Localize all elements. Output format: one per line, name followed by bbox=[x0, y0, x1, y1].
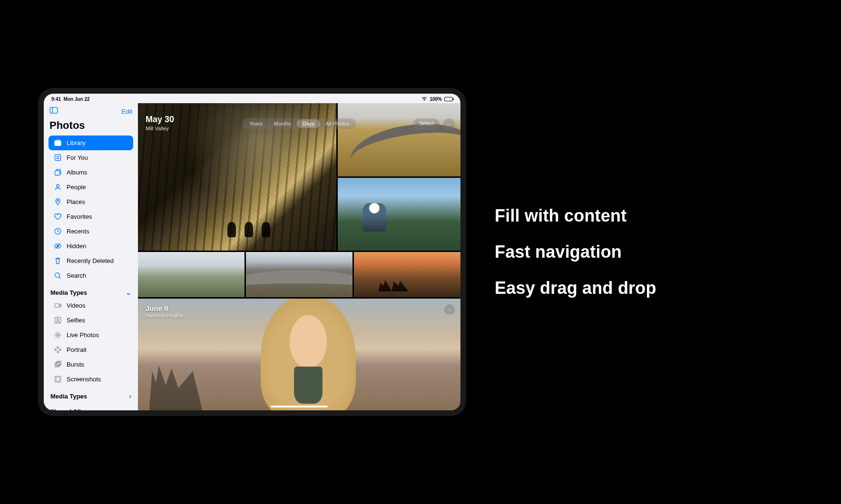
sidebar-item-label: Hidden bbox=[67, 242, 86, 250]
svg-rect-4 bbox=[55, 155, 60, 161]
sidebar-item-label: Albums bbox=[67, 169, 87, 176]
sidebar-item-live-photos[interactable]: Live Photos bbox=[49, 328, 133, 342]
section-title: Shared Albums bbox=[50, 408, 96, 411]
sidebar-item-label: Bursts bbox=[67, 361, 84, 368]
sidebar-item-label: Videos bbox=[67, 302, 86, 309]
places-icon bbox=[53, 198, 62, 206]
section-title: Media Types bbox=[50, 393, 87, 400]
video-icon bbox=[53, 301, 62, 310]
selfie-icon bbox=[53, 316, 62, 324]
headline: Easy drag and drop bbox=[495, 278, 656, 298]
status-time: 9:41 bbox=[51, 97, 61, 102]
status-bar: 9:41 Mon Jun 22 100% bbox=[44, 94, 460, 103]
portrait-icon bbox=[53, 346, 62, 354]
heart-icon bbox=[53, 213, 62, 221]
group-date: May 30 bbox=[146, 115, 174, 125]
headline: Fill with content bbox=[495, 206, 656, 226]
photo-grid: YearsMonthsDaysAll Photos Select ··· May… bbox=[138, 103, 460, 410]
eye-off-icon bbox=[53, 242, 62, 250]
sidebar-item-bursts[interactable]: Bursts bbox=[49, 357, 133, 372]
clock-icon bbox=[53, 227, 62, 235]
sidebar-item-label: Places bbox=[67, 198, 85, 205]
sidebar-item-label: Screenshots bbox=[67, 376, 101, 383]
photo-thumbnail[interactable] bbox=[246, 252, 352, 297]
svg-point-11 bbox=[55, 273, 59, 277]
home-indicator[interactable] bbox=[271, 406, 328, 407]
sidebar-item-people[interactable]: People bbox=[49, 180, 133, 194]
select-button[interactable]: Select bbox=[413, 118, 440, 130]
sidebar-item-videos[interactable]: Videos bbox=[49, 298, 133, 313]
sidebar-item-hidden[interactable]: Hidden bbox=[49, 239, 133, 253]
foryou-icon bbox=[53, 154, 62, 162]
svg-rect-13 bbox=[55, 304, 59, 308]
photo-thumbnail[interactable] bbox=[338, 178, 460, 251]
photo-thumbnail[interactable] bbox=[354, 252, 460, 297]
more-button[interactable]: ··· bbox=[444, 304, 455, 315]
segment-days[interactable]: Days bbox=[297, 119, 320, 128]
sidebar-item-label: For You bbox=[67, 154, 88, 161]
battery-icon bbox=[444, 97, 453, 101]
ipad-screen: 9:41 Mon Jun 22 100% Edit Photos Librar bbox=[44, 94, 460, 410]
section-shared-albums[interactable]: Shared Albums › bbox=[49, 402, 133, 410]
segment-years[interactable]: Years bbox=[244, 119, 268, 128]
albums-icon bbox=[53, 168, 62, 176]
svg-point-15 bbox=[57, 319, 59, 320]
chevron-down-icon: ⌄ bbox=[126, 289, 131, 296]
segment-all-photos[interactable]: All Photos bbox=[320, 119, 355, 128]
sidebar-item-places[interactable]: Places bbox=[49, 194, 133, 209]
edit-button[interactable]: Edit bbox=[122, 108, 132, 115]
chevron-right-icon: › bbox=[129, 392, 131, 400]
headline: Fast navigation bbox=[495, 242, 656, 262]
battery-percent: 100% bbox=[430, 97, 442, 102]
sidebar-toggle-icon[interactable] bbox=[49, 107, 58, 116]
group-label: June 8 Hacienda Heights bbox=[146, 304, 183, 318]
time-segmented-control: YearsMonthsDaysAll Photos bbox=[243, 118, 356, 129]
svg-line-12 bbox=[59, 277, 60, 278]
sidebar-item-label: Favorites bbox=[67, 213, 92, 220]
trash-icon bbox=[53, 257, 62, 265]
photo-thumbnail[interactable] bbox=[138, 252, 244, 297]
sidebar-item-label: Selfies bbox=[67, 317, 85, 324]
ipad-device-frame: 9:41 Mon Jun 22 100% Edit Photos Librar bbox=[38, 88, 466, 416]
sidebar-item-portrait[interactable]: Portrait bbox=[49, 342, 133, 357]
svg-rect-0 bbox=[50, 107, 58, 113]
group-location: Hacienda Heights bbox=[146, 313, 183, 318]
sidebar-item-recents[interactable]: Recents bbox=[49, 224, 133, 239]
sidebar-item-favorites[interactable]: Favorites bbox=[49, 209, 133, 224]
status-left: 9:41 Mon Jun 22 bbox=[51, 97, 90, 102]
sidebar-item-for-you[interactable]: For You bbox=[49, 150, 133, 165]
sidebar-item-label: Live Photos bbox=[67, 331, 99, 339]
section-title: Media Types bbox=[50, 289, 87, 296]
sidebar-item-library[interactable]: Library bbox=[49, 136, 133, 150]
people-icon bbox=[53, 183, 62, 191]
svg-point-17 bbox=[56, 333, 60, 337]
sidebar-item-recently-deleted[interactable]: Recently Deleted bbox=[49, 253, 133, 268]
svg-point-7 bbox=[57, 200, 58, 201]
svg-point-16 bbox=[57, 334, 59, 336]
live-icon bbox=[53, 331, 62, 339]
section-media-types[interactable]: Media Types ⌄ bbox=[49, 283, 133, 298]
svg-point-6 bbox=[56, 184, 59, 187]
sidebar-item-label: Portrait bbox=[67, 346, 87, 353]
segment-months[interactable]: Months bbox=[268, 119, 297, 128]
chevron-right-icon: › bbox=[129, 407, 131, 410]
status-right: 100% bbox=[421, 97, 453, 102]
more-button[interactable]: ··· bbox=[443, 118, 455, 130]
burst-icon bbox=[53, 360, 62, 368]
sidebar-item-label: Library bbox=[67, 139, 86, 146]
sidebar-item-albums[interactable]: Albums bbox=[49, 165, 133, 180]
app-title: Photos bbox=[49, 118, 133, 136]
svg-rect-2 bbox=[54, 141, 61, 145]
wifi-icon bbox=[421, 97, 427, 102]
feature-headlines: Fill with content Fast navigation Easy d… bbox=[495, 206, 656, 298]
sidebar-item-screenshots[interactable]: Screenshots bbox=[49, 372, 133, 387]
photo-thumbnail[interactable] bbox=[338, 103, 460, 176]
sidebar-item-label: Recents bbox=[67, 228, 89, 235]
group-date: June 8 bbox=[146, 304, 183, 312]
section-media-types-2[interactable]: Media Types › bbox=[49, 387, 133, 402]
sidebar-item-selfies[interactable]: Selfies bbox=[49, 313, 133, 328]
sidebar-item-search[interactable]: Search bbox=[49, 268, 133, 283]
photo-hero[interactable]: June 8 Hacienda Heights ··· bbox=[138, 299, 460, 410]
screenshot-icon bbox=[53, 375, 62, 383]
sidebar-item-label: Recently Deleted bbox=[67, 257, 114, 264]
